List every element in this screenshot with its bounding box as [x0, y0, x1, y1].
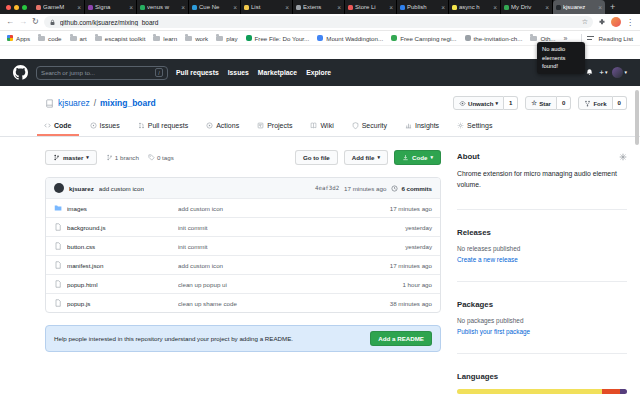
create-new-menu[interactable]: +▾	[599, 68, 607, 77]
browser-menu-icon[interactable]: ⋮	[626, 18, 634, 27]
star-count[interactable]: 0	[557, 96, 571, 110]
tab-code[interactable]: Code	[37, 117, 79, 136]
user-menu[interactable]: ▾	[612, 67, 627, 78]
browser-tab[interactable]: List×	[241, 0, 293, 14]
forward-icon[interactable]: →	[19, 18, 27, 26]
file-commit-message[interactable]: init commit	[178, 224, 355, 231]
bookmark-apps[interactable]: Apps	[7, 35, 30, 42]
tab-insights[interactable]: Insights	[398, 117, 446, 136]
profile-avatar[interactable]	[611, 17, 621, 27]
branches-link[interactable]: 1 branch	[106, 154, 139, 161]
repo-owner-link[interactable]: kjsuarez	[58, 98, 90, 108]
tab-close-icon[interactable]: ×	[129, 4, 133, 11]
gear-icon[interactable]	[619, 153, 627, 161]
tab-pull-requests[interactable]: Pull requests	[131, 117, 195, 136]
bookmark-folder-art[interactable]: art	[70, 35, 87, 42]
file-name-link[interactable]: background.js	[67, 224, 173, 231]
bookmark-star-icon[interactable]: ☆	[582, 18, 588, 26]
file-commit-message[interactable]: add custom icon	[178, 262, 355, 269]
browser-tab[interactable]: Cue Ne×	[189, 0, 241, 14]
bookmark-folder-work[interactable]: work	[185, 35, 208, 42]
tab-close-icon[interactable]: ×	[181, 4, 185, 11]
header-nav-issues[interactable]: Issues	[228, 69, 249, 76]
watch-count[interactable]: 1	[504, 96, 518, 110]
reload-icon[interactable]: ↻	[32, 18, 39, 26]
tab-close-icon[interactable]: ×	[77, 4, 81, 11]
tab-close-icon[interactable]: ×	[441, 4, 445, 11]
tab-security[interactable]: Security	[345, 117, 394, 136]
commit-message[interactable]: add custom icon	[99, 185, 144, 192]
fork-button[interactable]: Fork	[578, 96, 612, 110]
browser-tab[interactable]: async h×	[449, 0, 501, 14]
bookmark-other[interactable]: Oth...	[530, 35, 555, 42]
tab-close-icon[interactable]: ×	[598, 4, 602, 11]
file-commit-message[interactable]: clean up shame code	[178, 300, 355, 307]
tab-close-icon[interactable]: ×	[389, 4, 393, 11]
browser-tab[interactable]: My Driv×	[501, 0, 553, 14]
browser-tab[interactable]: Store Li×	[345, 0, 397, 14]
repo-name-link[interactable]: mixing_board	[100, 98, 156, 108]
tab-close-icon[interactable]: ×	[493, 4, 497, 11]
file-name-link[interactable]: button.css	[67, 243, 173, 250]
tab-close-icon[interactable]: ×	[337, 4, 341, 11]
bookmark-the-invitation[interactable]: the-invitation-ch...	[465, 35, 523, 42]
star-button[interactable]: ☆ Star	[525, 96, 557, 110]
tab-wiki[interactable]: Wiki	[303, 117, 340, 136]
publish-package-link[interactable]: Publish your first package	[457, 328, 627, 335]
go-to-file-button[interactable]: Go to file	[295, 150, 338, 165]
file-commit-message[interactable]: clean up popup ui	[178, 281, 355, 288]
header-nav-marketplace[interactable]: Marketplace	[258, 69, 297, 76]
reading-list-button[interactable]: Reading List	[599, 35, 633, 42]
zoom-window-button[interactable]	[22, 5, 27, 10]
file-name-link[interactable]: manifest.json	[67, 262, 173, 269]
file-name-link[interactable]: popup.html	[67, 281, 173, 288]
add-file-button[interactable]: Add file▾	[344, 150, 388, 165]
commits-history-link[interactable]: 6 commits	[391, 185, 432, 192]
browser-tab[interactable]: Publish×	[397, 0, 449, 14]
tab-close-icon[interactable]: ×	[545, 4, 549, 11]
browser-tab-active[interactable]: kjsuarez×	[553, 0, 605, 14]
minimize-window-button[interactable]	[14, 5, 19, 10]
fork-count[interactable]: 0	[613, 96, 627, 110]
create-release-link[interactable]: Create a new release	[457, 256, 627, 263]
bookmark-free-camping[interactable]: Free Camping regi...	[391, 35, 456, 42]
add-readme-button[interactable]: Add a README	[370, 331, 432, 346]
bookmark-folder-code[interactable]: code	[38, 35, 61, 42]
tab-projects[interactable]: Projects	[250, 117, 299, 136]
unwatch-button[interactable]: Unwatch ▾	[453, 96, 504, 110]
tab-actions[interactable]: Actions	[199, 117, 246, 136]
bookmark-free-file[interactable]: Free File: Do Your...	[246, 35, 310, 42]
browser-tab[interactable]: GameM×	[33, 0, 85, 14]
branch-selector-button[interactable]: master ▾	[45, 150, 97, 165]
file-name-link[interactable]: images	[67, 205, 173, 212]
commit-author[interactable]: kjsuarez	[69, 185, 94, 192]
bookmark-folder-learn[interactable]: learn	[153, 35, 177, 42]
file-commit-message[interactable]: add custom icon	[178, 205, 355, 212]
bookmark-folder-play[interactable]: play	[216, 35, 237, 42]
back-icon[interactable]: ←	[6, 18, 14, 26]
address-bar[interactable]: github.com/kjsuarez/mixing_board ☆	[44, 16, 593, 28]
header-nav-explore[interactable]: Explore	[306, 69, 331, 76]
commit-hash[interactable]: 4eaf3d2	[315, 185, 339, 191]
extensions-icon[interactable]	[598, 18, 606, 26]
tags-link[interactable]: 0 tags	[148, 154, 174, 161]
bookmark-mount-waddington[interactable]: Mount Waddington...	[317, 35, 383, 42]
tab-issues[interactable]: Issues	[83, 117, 127, 136]
new-tab-icon[interactable]: +	[605, 0, 620, 14]
github-logo-icon[interactable]	[13, 65, 28, 80]
tab-close-icon[interactable]: ×	[233, 4, 237, 11]
page-scrollbar[interactable]	[635, 90, 639, 145]
code-download-button[interactable]: Code ▾	[394, 150, 441, 165]
bookmarks-overflow-icon[interactable]: »	[564, 35, 568, 42]
file-commit-message[interactable]: init commit	[178, 243, 355, 250]
github-search-input[interactable]: Search or jump to... /	[36, 66, 168, 80]
commit-author-avatar[interactable]	[54, 183, 64, 193]
browser-tab[interactable]: venus w×	[137, 0, 189, 14]
file-name-link[interactable]: popup.js	[67, 300, 173, 307]
bookmark-folder-escapist-toolkit[interactable]: escapist toolkit	[95, 35, 146, 42]
header-nav-pull-requests[interactable]: Pull requests	[176, 69, 219, 76]
tab-settings[interactable]: Settings	[450, 117, 499, 136]
notifications-bell-icon[interactable]	[585, 68, 594, 77]
browser-tab[interactable]: Extens×	[293, 0, 345, 14]
browser-tab[interactable]: Signa×	[85, 0, 137, 14]
